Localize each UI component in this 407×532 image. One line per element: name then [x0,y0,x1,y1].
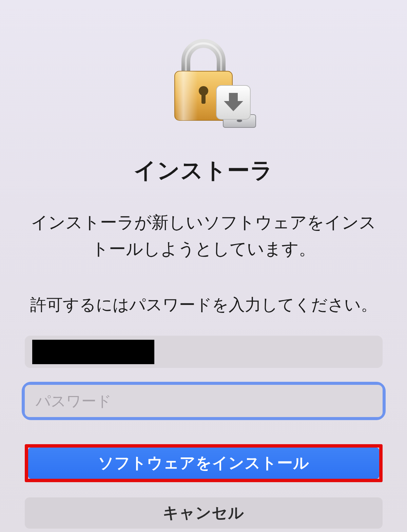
dialog-message: インストーラが新しいソフトウェアをインストールしようとしています。 [0,210,407,262]
dialog-icon-stack [156,31,251,125]
password-field-focus-ring [25,385,383,417]
dialog-buttons: ソフトウェアをインストール キャンセル [25,444,383,529]
username-redaction [32,340,154,364]
username-field[interactable] [25,336,383,368]
credential-fields [25,336,383,417]
svg-point-5 [237,119,242,122]
dialog-title: インストーラ [134,155,273,186]
auth-dialog: インストーラ インストーラが新しいソフトウェアをインストールしようとしています。… [0,0,407,532]
installer-download-icon [210,81,261,132]
cancel-button[interactable]: キャンセル [25,497,383,529]
password-field[interactable] [25,385,383,417]
install-button-highlight: ソフトウェアをインストール [25,444,383,482]
dialog-instruction: 許可するにはパスワードを入力してください。 [10,293,398,317]
svg-rect-3 [201,92,206,104]
install-button[interactable]: ソフトウェアをインストール [28,448,379,479]
